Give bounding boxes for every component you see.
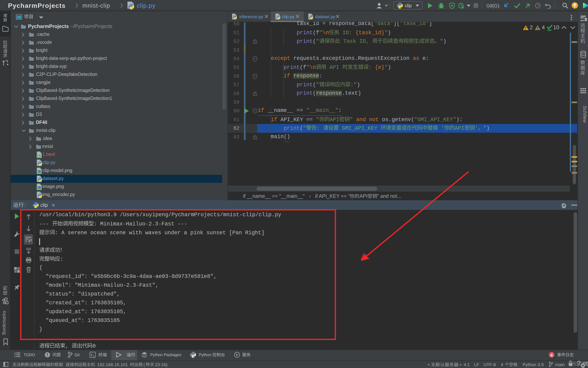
- svg-text:H: H: [38, 155, 39, 158]
